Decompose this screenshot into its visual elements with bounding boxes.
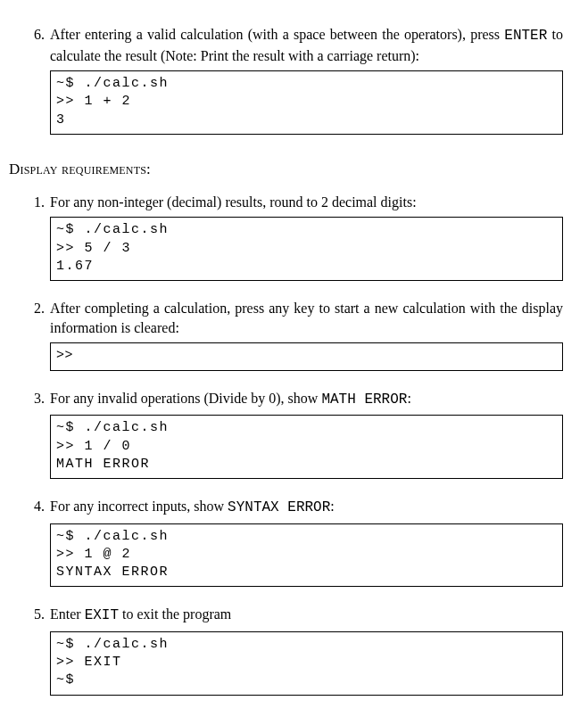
text-segment: to exit the program: [119, 606, 231, 622]
keyword-enter: ENTER: [504, 28, 547, 44]
item-3: 3. For any invalid operations (Divide by…: [25, 389, 563, 479]
item-body: After completing a calculation, press an…: [50, 299, 563, 337]
text-segment: :: [407, 391, 410, 406]
text-segment: For any incorrect inputs, show: [50, 499, 228, 514]
code-block: ~$ ./calc.sh >> 1 + 2 3: [50, 70, 563, 135]
item-number: 2.: [25, 299, 50, 318]
item-5: 5. Enter EXIT to exit the program ~$ ./c…: [25, 605, 563, 695]
code-block: ~$ ./calc.sh >> 5 / 3 1.67: [50, 217, 563, 281]
item-4: 4. For any incorrect inputs, show SYNTAX…: [25, 497, 563, 587]
code-block: >>: [50, 342, 563, 370]
item-2: 2. After completing a calculation, press…: [25, 299, 563, 370]
display-requirements-list: 1. For any non-integer (decimal) results…: [25, 193, 563, 696]
code-block: ~$ ./calc.sh >> 1 @ 2 SYNTAX ERROR: [50, 523, 563, 588]
item-number: 5.: [25, 605, 50, 624]
text-segment: For any invalid operations (Divide by 0)…: [50, 391, 321, 406]
section-heading: Display requirements:: [9, 160, 563, 180]
item-6: 6. After entering a valid calculation (w…: [25, 25, 563, 135]
item-body: For any invalid operations (Divide by 0)…: [50, 389, 563, 410]
keyword-math-error: MATH ERROR: [321, 391, 407, 408]
item-body: For any non-integer (decimal) results, r…: [50, 193, 563, 212]
code-block: ~$ ./calc.sh >> 1 / 0 MATH ERROR: [50, 415, 563, 479]
item-body: For any incorrect inputs, show SYNTAX ER…: [50, 497, 563, 518]
item-1: 1. For any non-integer (decimal) results…: [25, 193, 563, 281]
item-number: 6.: [25, 25, 50, 45]
text-segment: Enter: [50, 606, 85, 622]
page: 6. After entering a valid calculation (w…: [0, 0, 588, 717]
item-body: After entering a valid calculation (with…: [50, 25, 563, 65]
code-block: ~$ ./calc.sh >> EXIT ~$: [50, 631, 563, 696]
text-segment: :: [330, 499, 334, 514]
item-number: 4.: [25, 497, 50, 516]
text-segment: After entering a valid calculation (with…: [50, 27, 504, 42]
item-body: Enter EXIT to exit the program: [50, 605, 563, 626]
keyword-exit: EXIT: [85, 607, 119, 623]
item-number: 3.: [25, 389, 50, 408]
item-number: 1.: [25, 193, 50, 212]
keyword-syntax-error: SYNTAX ERROR: [228, 499, 330, 515]
